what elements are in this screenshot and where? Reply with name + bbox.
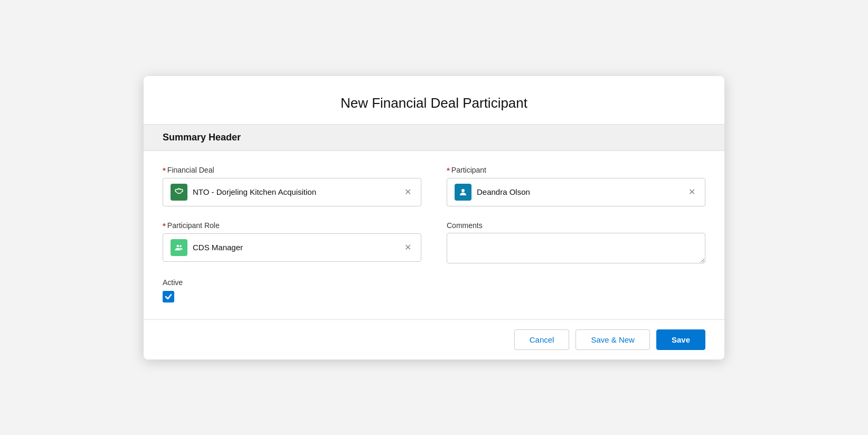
svg-point-2 [180, 245, 182, 247]
comments-group: Comments [447, 221, 705, 263]
active-checkbox[interactable] [163, 291, 174, 302]
participant-icon [455, 184, 471, 201]
modal-title: New Financial Deal Participant [144, 76, 724, 124]
active-checkbox-container [163, 291, 705, 302]
participant-role-value: CDS Manager [193, 243, 397, 252]
form-row-2: * Participant Role CDS Manager [163, 221, 705, 263]
comments-input[interactable] [447, 233, 705, 263]
save-button[interactable]: Save [656, 329, 705, 350]
participant-input[interactable]: Deandra Olson ✕ [447, 178, 705, 206]
cancel-button[interactable]: Cancel [514, 329, 570, 350]
participant-role-input[interactable]: CDS Manager ✕ [163, 233, 421, 262]
financial-deal-input[interactable]: NTO - Dorjeling Kitchen Acquisition ✕ [163, 178, 421, 206]
person-svg [458, 187, 468, 197]
participant-role-clear[interactable]: ✕ [402, 242, 413, 253]
financial-deal-group: * Financial Deal NTO - Dorjeling Kitchen… [163, 166, 421, 206]
section-header: Summary Header [144, 124, 724, 151]
svg-point-0 [461, 189, 465, 192]
participant-role-group: * Participant Role CDS Manager [163, 221, 421, 263]
role-svg [174, 243, 184, 252]
financial-deal-clear[interactable]: ✕ [402, 187, 413, 197]
handshake-svg [174, 187, 184, 197]
financial-deal-icon [171, 184, 187, 201]
checkmark-icon [165, 293, 172, 300]
form-body: * Financial Deal NTO - Dorjeling Kitchen… [144, 151, 724, 319]
participant-label: * Participant [447, 166, 705, 175]
comments-label: Comments [447, 221, 705, 230]
financial-deal-required: * [163, 166, 166, 175]
active-group: Active [163, 278, 705, 302]
modal-container: New Financial Deal Participant Summary H… [144, 76, 724, 360]
svg-point-1 [177, 244, 180, 247]
participant-role-label: * Participant Role [163, 221, 421, 230]
participant-role-required: * [163, 221, 166, 230]
save-new-button[interactable]: Save & New [575, 329, 650, 350]
modal-footer: Cancel Save & New Save [144, 320, 724, 360]
participant-required: * [447, 166, 450, 175]
form-row-1: * Financial Deal NTO - Dorjeling Kitchen… [163, 166, 705, 206]
active-label: Active [163, 278, 705, 287]
financial-deal-label: * Financial Deal [163, 166, 421, 175]
role-icon [171, 239, 187, 256]
participant-clear[interactable]: ✕ [686, 187, 697, 197]
participant-group: * Participant Deandra Olson ✕ [447, 166, 705, 206]
financial-deal-value: NTO - Dorjeling Kitchen Acquisition [193, 187, 397, 196]
participant-value: Deandra Olson [477, 187, 681, 196]
